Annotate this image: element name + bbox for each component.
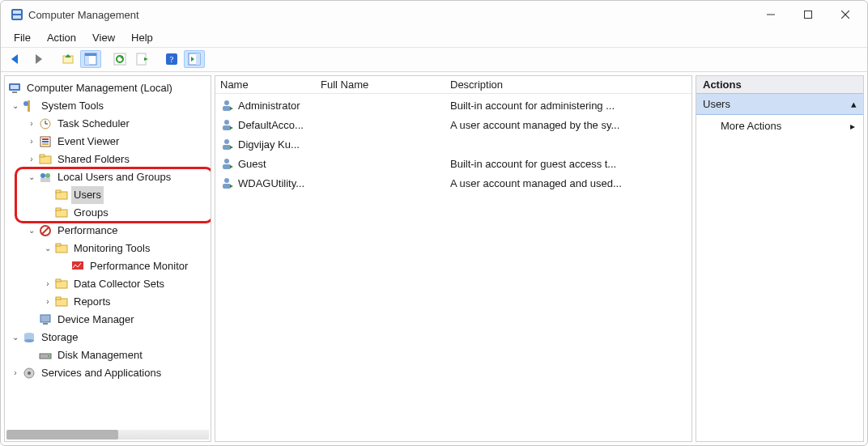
tree-device-manager[interactable]: Device Manager xyxy=(6,311,211,329)
svg-point-69 xyxy=(224,139,229,144)
svg-rect-73 xyxy=(223,164,231,169)
scrollbar-thumb[interactable] xyxy=(6,430,118,440)
actions-section[interactable]: Users ▴ xyxy=(696,94,863,115)
menu-view[interactable]: View xyxy=(84,28,123,47)
svg-rect-34 xyxy=(42,141,49,142)
tools-icon xyxy=(23,100,36,113)
chevron-right-icon[interactable]: › xyxy=(10,364,21,382)
forward-button[interactable] xyxy=(28,50,49,68)
svg-rect-67 xyxy=(223,125,231,130)
up-button[interactable] xyxy=(57,50,79,68)
tree-users[interactable]: Users xyxy=(6,186,211,204)
svg-marker-74 xyxy=(230,165,233,168)
tree-label: Storage xyxy=(39,329,81,346)
chevron-right-icon[interactable]: › xyxy=(42,275,53,293)
user-description: Built-in account for guest access t... xyxy=(450,158,691,170)
user-row[interactable]: AdministratorBuilt-in account for admini… xyxy=(215,96,691,115)
user-icon xyxy=(220,157,233,170)
tree-label: Monitoring Tools xyxy=(71,240,152,257)
close-button[interactable] xyxy=(827,1,864,28)
chevron-down-icon[interactable]: ⌄ xyxy=(26,168,37,186)
tree-label: Groups xyxy=(71,204,111,222)
user-icon xyxy=(220,99,233,112)
column-name[interactable]: Name xyxy=(215,76,316,93)
actions-section-label: Users xyxy=(703,98,730,110)
column-description[interactable]: Description xyxy=(445,76,691,93)
chevron-down-icon[interactable]: ⌄ xyxy=(10,329,21,346)
maximize-button[interactable] xyxy=(789,1,827,28)
submenu-arrow-icon: ▸ xyxy=(850,121,855,132)
tree-data-collector-sets[interactable]: › Data Collector Sets xyxy=(6,275,211,293)
tree-system-tools[interactable]: ⌄ System Tools xyxy=(6,97,211,115)
user-row[interactable]: WDAGUtility...A user account managed and… xyxy=(215,173,691,193)
tree-shared-folders[interactable]: › Shared Folders xyxy=(6,151,211,168)
column-fullname[interactable]: Full Name xyxy=(316,76,445,93)
horizontal-scrollbar[interactable] xyxy=(6,430,209,440)
tree-performance[interactable]: ⌄ Performance xyxy=(6,222,211,240)
svg-point-38 xyxy=(40,173,45,178)
chevron-right-icon[interactable]: › xyxy=(26,151,37,168)
chevron-down-icon[interactable]: ⌄ xyxy=(10,97,21,115)
svg-point-39 xyxy=(45,173,50,178)
menu-action[interactable]: Action xyxy=(39,28,84,47)
user-row[interactable]: DefaultAcco...A user account managed by … xyxy=(215,115,691,134)
tree-label: Reports xyxy=(71,293,113,311)
chevron-down-icon[interactable]: ⌄ xyxy=(42,240,53,257)
tree-label: Disk Management xyxy=(55,346,145,364)
user-name: Digvijay Ku... xyxy=(238,138,321,151)
user-list[interactable]: AdministratorBuilt-in account for admini… xyxy=(215,94,691,193)
collapse-icon[interactable]: ▴ xyxy=(851,98,857,110)
folder-icon xyxy=(55,206,68,219)
back-button[interactable] xyxy=(6,50,27,68)
tree-monitoring-tools[interactable]: ⌄ Monitoring Tools xyxy=(6,240,211,257)
chevron-right-icon[interactable]: › xyxy=(42,293,53,311)
toolbar: ? xyxy=(1,48,867,72)
navigation-tree[interactable]: Computer Management (Local) ⌄ System Too… xyxy=(5,76,211,428)
tree-performance-monitor[interactable]: Performance Monitor xyxy=(6,257,211,275)
chevron-right-icon[interactable]: › xyxy=(26,115,37,133)
user-name: WDAGUtility... xyxy=(238,177,321,189)
menu-help[interactable]: Help xyxy=(123,28,161,47)
tree-label: Services and Applications xyxy=(39,364,164,382)
svg-point-58 xyxy=(24,339,34,342)
more-actions[interactable]: More Actions ▸ xyxy=(696,115,863,137)
clock-icon xyxy=(39,117,52,130)
svg-marker-8 xyxy=(36,54,42,64)
svg-rect-49 xyxy=(72,261,83,270)
tree-event-viewer[interactable]: › Event Viewer xyxy=(6,133,211,151)
action-pane-button[interactable] xyxy=(184,50,205,68)
tree-label: Data Collector Sets xyxy=(71,275,167,293)
chevron-down-icon[interactable]: ⌄ xyxy=(26,222,37,240)
tree-groups[interactable]: Groups xyxy=(6,204,211,222)
tree-local-users-groups[interactable]: ⌄ Local Users and Groups xyxy=(6,168,211,186)
help-button[interactable]: ? xyxy=(161,50,182,68)
svg-rect-37 xyxy=(40,155,45,157)
column-headers[interactable]: Name Full Name Description xyxy=(215,76,691,94)
user-name: DefaultAcco... xyxy=(238,119,321,131)
folder-icon xyxy=(55,278,68,291)
refresh-button[interactable] xyxy=(109,50,130,68)
user-row[interactable]: GuestBuilt-in account for guest access t… xyxy=(215,154,691,173)
tree-reports[interactable]: › Reports xyxy=(6,293,211,311)
user-description: A user account managed by the sy... xyxy=(450,119,691,131)
svg-point-72 xyxy=(224,159,229,164)
show-tree-button[interactable] xyxy=(80,50,101,68)
svg-rect-55 xyxy=(43,323,48,325)
svg-marker-65 xyxy=(230,107,233,110)
tree-pane: Computer Management (Local) ⌄ System Too… xyxy=(4,75,211,442)
minimize-button[interactable] xyxy=(752,1,789,28)
menu-file[interactable]: File xyxy=(6,28,39,47)
tree-label: Event Viewer xyxy=(55,133,121,151)
chevron-right-icon[interactable]: › xyxy=(26,133,37,151)
tree-label: System Tools xyxy=(39,97,106,115)
tree-disk-management[interactable]: Disk Management xyxy=(6,346,211,364)
tree-storage[interactable]: ⌄ Storage xyxy=(6,329,211,346)
svg-rect-4 xyxy=(805,11,812,19)
svg-rect-70 xyxy=(223,145,231,150)
tree-root[interactable]: Computer Management (Local) xyxy=(6,79,211,97)
user-row[interactable]: Digvijay Ku... xyxy=(215,134,691,154)
export-button[interactable] xyxy=(132,50,153,68)
svg-rect-64 xyxy=(223,106,231,111)
tree-task-scheduler[interactable]: › Task Scheduler xyxy=(6,115,211,133)
tree-services-apps[interactable]: › Services and Applications xyxy=(6,364,211,382)
